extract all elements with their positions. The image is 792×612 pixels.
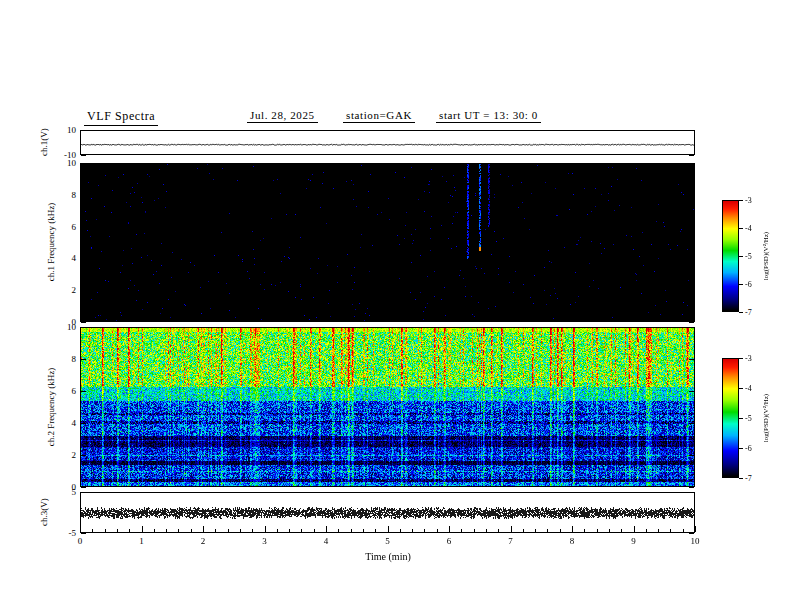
y-tick-mark [81, 258, 86, 259]
colorbar-tick-label: -3 [745, 196, 752, 205]
x-minor-tick-mark [178, 529, 179, 532]
ch1-spectrogram-panel [80, 163, 695, 322]
x-minor-tick-mark [498, 529, 499, 532]
x-minor-tick-mark [351, 529, 352, 532]
colorbar-ch1-label: log(PSD)(V²/Hz) [762, 232, 770, 280]
y-tick-mark [81, 322, 86, 323]
y-tick-mark [689, 455, 694, 456]
x-minor-tick-mark [400, 529, 401, 532]
ch1-frequency-axis-label: ch.1 Frequency (kHz) [46, 203, 56, 282]
x-minor-tick-mark [215, 529, 216, 532]
y-tick-mark [81, 227, 86, 228]
x-minor-tick-mark [461, 529, 462, 532]
y-tick-label: 10 [44, 125, 76, 135]
y-tick-mark [689, 155, 694, 156]
x-minor-tick-mark [240, 529, 241, 532]
x-minor-tick-mark [191, 529, 192, 532]
ch3-voltage-axis-label: ch.3(V) [39, 498, 49, 526]
x-minor-tick-mark [375, 529, 376, 532]
x-tick-label: 8 [570, 536, 575, 546]
y-tick-mark [81, 163, 86, 164]
y-tick-label: 5 [44, 487, 76, 497]
colorbar-tick-mark [739, 284, 743, 285]
y-tick-mark [81, 423, 86, 424]
colorbar-tick-mark [739, 388, 743, 389]
colorbar-tick-mark [739, 358, 743, 359]
colorbar-tick-label: -6 [745, 280, 752, 289]
ch2-frequency-axis-label: ch.2 Frequency (kHz) [46, 368, 56, 447]
colorbar-ch1-gradient [723, 201, 738, 311]
x-minor-tick-mark [621, 529, 622, 532]
x-minor-tick-mark [117, 529, 118, 532]
y-tick-mark [689, 130, 694, 131]
x-tick-label: 5 [385, 536, 390, 546]
figure-title: VLF Spectra [84, 109, 158, 126]
colorbar-tick-mark [739, 200, 743, 201]
colorbar-tick-label: -4 [745, 224, 752, 233]
y-tick-mark [81, 327, 86, 328]
colorbar-ch2 [722, 358, 739, 478]
y-tick-mark [81, 155, 86, 156]
colorbar-tick-mark [739, 448, 743, 449]
x-minor-tick-mark [301, 529, 302, 532]
colorbar-ch2-gradient [723, 359, 738, 477]
x-tick-label: 4 [324, 536, 329, 546]
x-tick-label: 9 [631, 536, 636, 546]
x-minor-tick-mark [670, 529, 671, 532]
x-minor-tick-mark [597, 529, 598, 532]
colorbar-tick-label: -4 [745, 384, 752, 393]
y-tick-mark [81, 487, 86, 488]
colorbar-tick-mark [739, 228, 743, 229]
date-label: Jul. 28, 2025 [247, 109, 318, 123]
x-minor-tick-mark [412, 529, 413, 532]
y-tick-mark [689, 533, 694, 534]
x-minor-tick-mark [129, 529, 130, 532]
colorbar-tick-label: -5 [745, 252, 752, 261]
y-tick-mark [689, 327, 694, 328]
x-minor-tick-mark [560, 529, 561, 532]
y-tick-mark [689, 423, 694, 424]
x-minor-tick-mark [105, 529, 106, 532]
y-tick-mark [81, 130, 86, 131]
y-tick-mark [689, 258, 694, 259]
x-minor-tick-mark [289, 529, 290, 532]
y-tick-label: 4 [44, 418, 76, 428]
x-tick-label: 2 [201, 536, 206, 546]
x-minor-tick-mark [166, 529, 167, 532]
ch1-spectrogram-canvas [81, 164, 694, 321]
x-minor-tick-mark [658, 529, 659, 532]
x-minor-tick-mark [363, 529, 364, 532]
x-tick-mark [449, 526, 450, 532]
colorbar-ch2-label: log(PSD)(V²/Hz) [762, 394, 770, 442]
colorbar-tick-mark [739, 418, 743, 419]
colorbar-tick-mark [739, 478, 743, 479]
y-tick-mark [689, 487, 694, 488]
x-minor-tick-mark [277, 529, 278, 532]
station-label: station=GAK [343, 109, 415, 123]
x-tick-mark [326, 526, 327, 532]
y-tick-mark [689, 195, 694, 196]
x-minor-tick-mark [92, 529, 93, 532]
start-ut-label: start UT = 13: 30: 0 [436, 109, 541, 123]
y-tick-mark [81, 492, 86, 493]
colorbar-tick-label: -3 [745, 354, 752, 363]
y-tick-mark [81, 195, 86, 196]
x-tick-mark [203, 526, 204, 532]
x-minor-tick-mark [314, 529, 315, 532]
x-minor-tick-mark [683, 529, 684, 532]
colorbar-tick-label: -6 [745, 444, 752, 453]
ch2-spectrogram-canvas [81, 328, 694, 486]
x-minor-tick-mark [523, 529, 524, 532]
x-tick-mark [142, 526, 143, 532]
x-tick-label: 0 [78, 536, 83, 546]
y-tick-label: 4 [44, 253, 76, 263]
ch1-voltage-panel [80, 130, 695, 155]
y-tick-label: 2 [44, 285, 76, 295]
x-tick-label: 7 [508, 536, 513, 546]
x-tick-mark [695, 526, 696, 532]
y-tick-mark [689, 227, 694, 228]
colorbar-tick-mark [739, 312, 743, 313]
colorbar-ch1 [722, 200, 739, 312]
x-minor-tick-mark [154, 529, 155, 532]
x-tick-mark [388, 526, 389, 532]
